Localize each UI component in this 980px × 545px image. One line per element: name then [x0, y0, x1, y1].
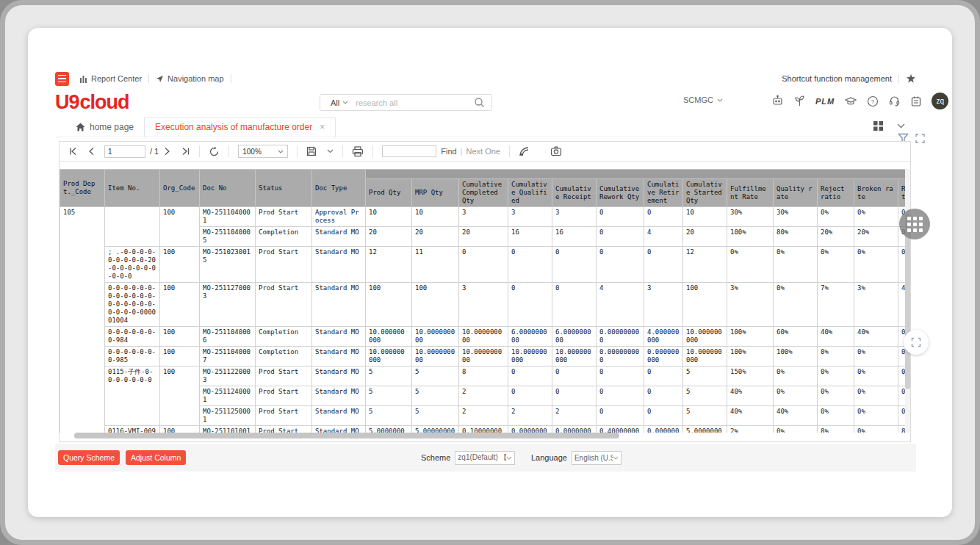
floating-expand-button[interactable]	[904, 330, 929, 355]
tab-home-label: home page	[90, 122, 134, 132]
table-cell: 0	[644, 406, 683, 426]
find-button[interactable]: Find	[441, 147, 456, 156]
horizontal-scrollbar-thumb[interactable]	[74, 433, 619, 438]
table-cell: 0%	[818, 367, 854, 386]
plm-link[interactable]: PLM	[815, 97, 835, 106]
menu-button[interactable]	[55, 72, 69, 86]
table-cell: 7%	[818, 283, 854, 327]
table-cell: 0	[644, 247, 683, 283]
table-cell: 4	[597, 283, 644, 327]
chevron-down-icon	[717, 98, 723, 102]
headset-icon[interactable]	[888, 95, 901, 107]
org-select[interactable]: SCMGC	[683, 95, 723, 104]
column-header: MRP Qty	[412, 179, 459, 207]
table-cell: 2	[508, 406, 552, 426]
table-cell: 100%	[774, 347, 818, 367]
table-cell: 0.000000000	[597, 327, 644, 347]
search-input[interactable]	[356, 98, 474, 107]
page-number-input[interactable]	[104, 145, 145, 158]
tab-execution-analysis[interactable]: Execution analysis of manufacture order …	[144, 118, 336, 137]
table-cell: 0%	[774, 247, 818, 283]
navigation-map-link[interactable]: Navigation map	[156, 74, 223, 83]
avatar[interactable]: zq	[932, 93, 948, 109]
table-row: 0-0-0-0-0-0-0-984100MO-2511040006Complet…	[60, 327, 907, 347]
subscribe-rss-icon[interactable]	[519, 146, 530, 157]
horizontal-scrollbar[interactable]	[60, 432, 907, 439]
table-cell: 105	[60, 207, 105, 433]
table-cell: Approval Process	[312, 207, 366, 227]
notes-icon[interactable]	[910, 95, 922, 107]
robot-icon[interactable]	[771, 95, 784, 107]
scheme-select[interactable]: zq1(Default) 【z(	[455, 451, 515, 465]
print-icon[interactable]	[352, 146, 364, 157]
save-dropdown-chevron-icon[interactable]	[327, 149, 334, 154]
tab-home-page[interactable]: home page	[55, 122, 144, 137]
table-cell: 100	[160, 367, 200, 426]
language-select[interactable]: English (U.S	[572, 451, 621, 465]
column-header: Cumulative Completed Qty	[459, 179, 508, 207]
global-search: All	[320, 94, 492, 111]
report-panel: / 1 100%	[59, 141, 911, 442]
table-cell: Standard MO	[312, 227, 366, 247]
plant-icon[interactable]	[793, 95, 806, 107]
first-page-button[interactable]	[68, 147, 77, 156]
table-cell: Standard MO	[312, 283, 366, 327]
divider	[898, 74, 899, 83]
table-cell: 6.000000000	[508, 327, 552, 347]
vertical-scrollbar-thumb[interactable]	[905, 214, 910, 389]
table-cell: 3	[459, 283, 508, 327]
fullscreen-icon[interactable]	[915, 134, 925, 143]
close-icon[interactable]: ×	[320, 123, 325, 131]
floating-dots-handle[interactable]	[899, 209, 930, 239]
report-center-link[interactable]: Report Center	[79, 74, 142, 83]
search-scope-select[interactable]: All	[331, 98, 348, 107]
adjust-column-button[interactable]: Adjust Column	[126, 450, 186, 465]
zoom-select[interactable]: 100%	[238, 145, 288, 158]
table-cell: Standard MO	[312, 406, 366, 426]
table-cell: 0	[508, 283, 552, 327]
table-cell: 4	[644, 227, 683, 247]
graduation-cap-icon[interactable]	[844, 95, 857, 107]
table-cell: 100%	[727, 327, 774, 347]
table-cell: 0	[459, 247, 508, 283]
shortcut-management-link[interactable]: Shortcut function management	[782, 74, 892, 83]
table-cell: 0-0-0-0-0-0-0-985	[105, 347, 160, 367]
table-row: 0-0-0-0-0-0-0-0-0-0-0-0-0-0-0-0-0-0-0-0-…	[60, 283, 907, 327]
snapshot-camera-icon[interactable]	[550, 146, 562, 156]
table-cell: 10.000000000	[412, 347, 459, 367]
table-cell: 10.000000000	[366, 327, 412, 347]
column-header: Cumulative Qualified	[508, 179, 552, 207]
table-cell: 0%	[818, 406, 854, 426]
table-row: 0115-子件-0-0-0-0-0-0-0100MO-2511220003Pro…	[60, 367, 907, 386]
vertical-scrollbar[interactable]	[905, 169, 910, 433]
table-cell: MO-2511040007	[200, 347, 256, 367]
table-cell: 100	[160, 327, 200, 347]
table-cell: MO-2510230015	[200, 247, 256, 283]
query-scheme-button[interactable]: Query Scheme	[58, 450, 120, 465]
refresh-icon[interactable]	[209, 146, 220, 157]
find-next-button[interactable]: Next One	[466, 147, 500, 156]
device-frame: Report Center Navigation map Shortcut fu…	[0, 0, 980, 545]
table-cell: 10.000000000	[552, 347, 597, 367]
table-cell: 0%	[818, 247, 854, 283]
table-cell: 0%	[854, 207, 898, 227]
report-table: Prod Dept._CodeItem No.Org_CodeDoc NoSta…	[60, 169, 907, 433]
next-page-button[interactable]	[165, 147, 171, 156]
navigation-arrow-icon	[156, 75, 164, 83]
save-icon[interactable]	[306, 146, 317, 156]
table-cell: 10.000000000	[366, 347, 412, 367]
table-cell: 3	[508, 207, 552, 227]
table-cell: 100%	[727, 347, 774, 367]
last-page-button[interactable]	[181, 147, 190, 156]
table-cell: 2	[459, 386, 508, 406]
table-cell: 40%	[774, 406, 818, 426]
column-header: Cumulative Retirement	[644, 179, 683, 207]
help-icon[interactable]: ?	[867, 95, 879, 107]
find-input[interactable]	[382, 145, 436, 157]
table-row: ; .-0-0-0-0-0-0-0-0-0-20-0-0-0-0-0-0-0-0…	[60, 247, 907, 283]
table-cell: 0%	[818, 386, 854, 406]
star-icon[interactable]	[906, 73, 916, 84]
table-cell: 0	[597, 386, 644, 406]
previous-page-button[interactable]	[87, 147, 94, 156]
search-icon[interactable]	[474, 97, 485, 108]
